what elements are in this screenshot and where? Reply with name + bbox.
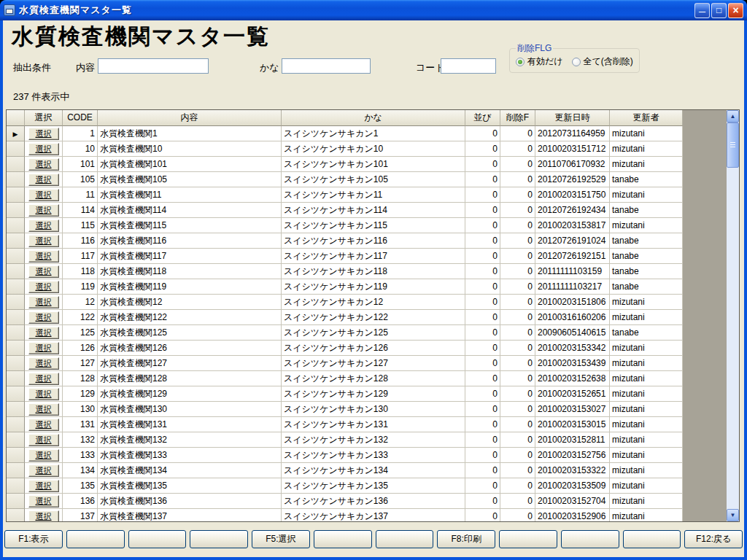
row-selector-cell[interactable] xyxy=(7,341,25,356)
row-select-button[interactable]: 選択 xyxy=(28,403,59,416)
scrollbar-thumb[interactable] xyxy=(727,122,739,168)
function-key-button-10[interactable] xyxy=(561,530,619,548)
row-select-button[interactable]: 選択 xyxy=(28,357,59,370)
row-select-button[interactable]: 選択 xyxy=(28,311,59,324)
row-select-button[interactable]: 選択 xyxy=(28,250,59,262)
function-key-button-6[interactable] xyxy=(314,530,372,548)
select-cell: 選択 xyxy=(25,341,63,356)
cell-naiyo: 水質検査機関128 xyxy=(98,371,282,386)
cell-code: 119 xyxy=(63,279,98,295)
function-key-button-11[interactable] xyxy=(623,530,681,548)
row-select-button[interactable]: 選択 xyxy=(28,342,59,354)
row-selector-cell[interactable] xyxy=(7,233,25,249)
function-key-button-7[interactable] xyxy=(376,530,434,548)
row-select-button[interactable]: 選択 xyxy=(28,388,59,400)
cell-koshin-nichiji: 20120726192434 xyxy=(535,203,610,218)
row-selector-cell[interactable] xyxy=(7,187,25,203)
row-select-button[interactable]: 選択 xyxy=(28,204,59,217)
function-key-button-1[interactable]: F1:表示 xyxy=(4,530,63,548)
row-select-button[interactable]: 選択 xyxy=(28,281,59,293)
row-selector-cell[interactable] xyxy=(7,295,25,310)
row-select-button[interactable]: 選択 xyxy=(28,419,59,431)
row-selector-cell[interactable] xyxy=(7,157,25,172)
row-selector-cell[interactable] xyxy=(7,371,25,386)
row-selector-cell[interactable] xyxy=(7,310,25,325)
row-select-button[interactable]: 選択 xyxy=(28,327,59,339)
row-selector-cell[interactable] xyxy=(7,463,25,478)
row-select-button[interactable]: 選択 xyxy=(28,235,59,247)
row-selector-cell[interactable] xyxy=(7,386,25,402)
minimize-button[interactable]: — xyxy=(694,3,710,18)
scrollbar-up-arrow-icon[interactable]: ▲ xyxy=(727,110,739,122)
maximize-button[interactable]: □ xyxy=(711,3,727,18)
row-selector-cell[interactable] xyxy=(7,417,25,432)
row-select-button[interactable]: 選択 xyxy=(28,265,59,278)
naiyo-filter-input[interactable] xyxy=(98,58,209,74)
cell-naiyo: 水質検査機関114 xyxy=(98,203,282,218)
row-selector-cell[interactable] xyxy=(7,432,25,448)
cell-narabi: 0 xyxy=(465,417,500,432)
cell-koshin-sha: mizutani xyxy=(610,371,683,386)
row-select-button[interactable]: 選択 xyxy=(28,464,59,477)
row-select-button[interactable]: 選択 xyxy=(28,174,59,186)
select-cell: 選択 xyxy=(25,249,63,264)
row-selector-cell[interactable] xyxy=(7,494,25,509)
row-selector-cell[interactable] xyxy=(7,218,25,233)
row-select-button[interactable]: 選択 xyxy=(28,219,59,232)
cell-kana: スイシツケンサキカン134 xyxy=(282,463,465,478)
row-select-button[interactable]: 選択 xyxy=(28,189,59,201)
row-select-button[interactable]: 選択 xyxy=(28,296,59,308)
vertical-scrollbar[interactable]: ▲ ▼ xyxy=(727,110,739,521)
row-selector-cell[interactable]: ▶ xyxy=(7,126,25,141)
grid-rows: ▶ 選択 1 水質検査機関1 スイシツケンサキカン1 0 0 201207311… xyxy=(7,126,683,522)
row-select-button[interactable]: 選択 xyxy=(28,128,59,140)
function-key-button-2[interactable] xyxy=(66,530,125,548)
row-select-button[interactable]: 選択 xyxy=(28,449,59,462)
radio-include-deleted[interactable]: 全て(含削除) xyxy=(572,55,633,68)
row-select-button[interactable]: 選択 xyxy=(28,480,59,492)
row-selector-cell[interactable] xyxy=(7,448,25,463)
cell-naiyo: 水質検査機関130 xyxy=(98,402,282,417)
row-selector-cell[interactable] xyxy=(7,279,25,295)
function-key-button-5[interactable]: F5:選択 xyxy=(252,530,310,548)
row-select-button[interactable]: 選択 xyxy=(28,143,59,155)
row-select-button[interactable]: 選択 xyxy=(28,510,59,523)
function-key-button-12[interactable]: F12:戻る xyxy=(684,530,743,548)
cell-koshin-nichiji: 20100316160206 xyxy=(535,310,610,325)
radio-active-only[interactable]: 有効だけ xyxy=(516,55,563,68)
row-selector-cell[interactable] xyxy=(7,509,25,522)
row-select-button[interactable]: 選択 xyxy=(28,158,59,171)
row-select-button[interactable]: 選択 xyxy=(28,495,59,508)
code-filter-input[interactable] xyxy=(441,58,496,74)
cell-kana: スイシツケンサキカン114 xyxy=(282,203,465,218)
row-select-button[interactable]: 選択 xyxy=(28,434,59,446)
row-select-button[interactable]: 選択 xyxy=(28,373,59,385)
close-button[interactable]: × xyxy=(728,3,743,18)
cell-koshin-sha: tanabe xyxy=(610,233,683,249)
cell-koshin-nichiji: 20100203151806 xyxy=(535,295,610,310)
cell-naiyo: 水質検査機関127 xyxy=(98,356,282,371)
function-key-button-4[interactable] xyxy=(190,530,248,548)
function-key-button-8[interactable]: F8:印刷 xyxy=(437,530,495,548)
select-cell: 選択 xyxy=(25,386,63,402)
scrollbar-down-arrow-icon[interactable]: ▼ xyxy=(727,509,739,521)
row-selector-cell[interactable] xyxy=(7,264,25,279)
cell-narabi: 0 xyxy=(465,509,500,522)
function-key-button-9[interactable] xyxy=(499,530,557,548)
cell-koshin-sha: mizutani xyxy=(610,157,683,172)
table-row: ▶ 選択 1 水質検査機関1 スイシツケンサキカン1 0 0 201207311… xyxy=(7,126,683,141)
cell-kana: スイシツケンサキカン101 xyxy=(282,157,465,172)
row-selector-cell[interactable] xyxy=(7,249,25,264)
row-selector-cell[interactable] xyxy=(7,325,25,341)
row-selector-cell[interactable] xyxy=(7,402,25,417)
row-selector-cell[interactable] xyxy=(7,478,25,494)
row-selector-cell[interactable] xyxy=(7,356,25,371)
row-selector-cell[interactable] xyxy=(7,141,25,157)
row-selector-cell[interactable] xyxy=(7,203,25,218)
cell-code: 116 xyxy=(63,233,98,249)
function-key-button-3[interactable] xyxy=(128,530,187,548)
kana-filter-input[interactable] xyxy=(282,58,371,74)
cell-koshin-sha: mizutani xyxy=(610,310,683,325)
cell-code: 10 xyxy=(63,141,98,157)
row-selector-cell[interactable] xyxy=(7,172,25,187)
